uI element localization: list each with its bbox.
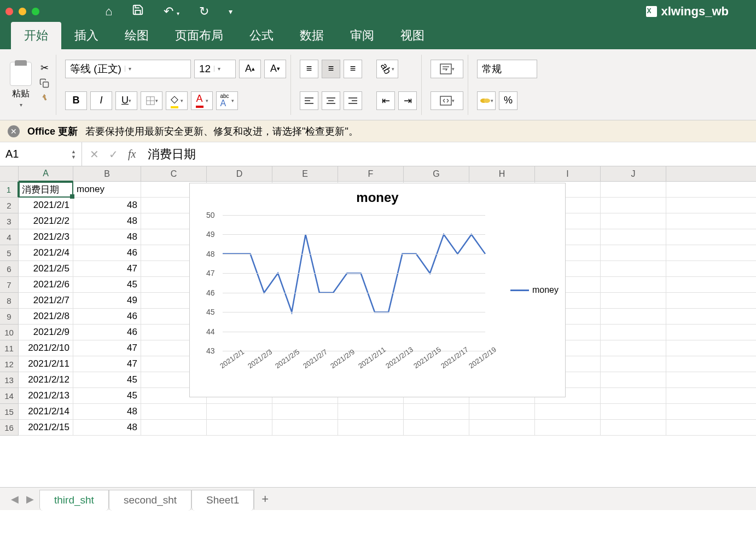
cell[interactable]: 48 xyxy=(73,213,141,229)
orientation-button[interactable]: ab▾ xyxy=(376,60,398,78)
column-header[interactable]: G xyxy=(404,166,469,181)
name-box[interactable]: A1 ▲▼ xyxy=(0,142,82,166)
cell[interactable] xyxy=(601,388,666,403)
number-format-combo[interactable]: 常规 xyxy=(477,60,537,78)
cell[interactable]: 47 xyxy=(73,261,141,276)
save-icon[interactable] xyxy=(132,4,144,19)
row-header[interactable]: 9 xyxy=(0,309,18,325)
window-zoom-icon[interactable] xyxy=(32,8,39,15)
cell[interactable]: 2021/2/7 xyxy=(19,293,73,308)
chevron-up-icon[interactable]: ▲ xyxy=(71,149,76,154)
ribbon-tab-4[interactable]: 公式 xyxy=(236,22,287,49)
fx-icon[interactable]: fx xyxy=(128,148,136,160)
cell[interactable]: 48 xyxy=(73,229,141,245)
cell[interactable] xyxy=(535,420,601,435)
cell[interactable]: 2021/2/13 xyxy=(19,388,73,403)
percent-button[interactable]: % xyxy=(499,91,517,110)
decrease-font-button[interactable]: A▾ xyxy=(264,60,286,78)
window-close-icon[interactable] xyxy=(5,8,13,15)
cell[interactable] xyxy=(338,404,404,419)
cell[interactable] xyxy=(601,325,666,340)
row-header[interactable]: 11 xyxy=(0,340,18,356)
sheet-nav-next-icon[interactable]: ▶ xyxy=(26,493,34,505)
paste-icon[interactable] xyxy=(10,62,32,86)
row-header[interactable]: 15 xyxy=(0,404,18,420)
cell[interactable]: 2021/2/3 xyxy=(19,229,73,245)
cell[interactable]: 消费日期 xyxy=(19,182,73,197)
row-header[interactable]: 7 xyxy=(0,277,18,293)
cell[interactable]: 45 xyxy=(73,372,141,387)
cell[interactable] xyxy=(601,404,666,419)
borders-button[interactable]: ▾ xyxy=(141,91,162,110)
row-header[interactable]: 8 xyxy=(0,293,18,309)
fill-color-button[interactable]: ◇ ▾ xyxy=(166,91,188,110)
cell[interactable] xyxy=(601,182,666,197)
cut-icon[interactable]: ✂ xyxy=(37,62,51,74)
row-header[interactable]: 5 xyxy=(0,245,18,261)
redo-icon[interactable]: ↻ xyxy=(199,4,209,19)
ribbon-tab-3[interactable]: 页面布局 xyxy=(162,22,236,49)
select-all-corner[interactable] xyxy=(0,166,19,181)
cell[interactable]: 2021/2/2 xyxy=(19,213,73,229)
close-notice-icon[interactable]: ✕ xyxy=(8,125,20,137)
column-header[interactable]: J xyxy=(601,166,666,181)
align-top-button[interactable]: ≡ xyxy=(300,60,318,78)
cell[interactable]: 45 xyxy=(73,277,141,292)
cell[interactable] xyxy=(207,420,272,435)
accept-formula-icon[interactable]: ✓ xyxy=(109,148,118,161)
cell[interactable] xyxy=(601,198,666,213)
cell[interactable] xyxy=(469,404,535,419)
row-header[interactable]: 14 xyxy=(0,388,18,404)
cell[interactable]: 2021/2/14 xyxy=(19,404,73,419)
bold-button[interactable]: B xyxy=(65,91,87,110)
ribbon-tab-7[interactable]: 视图 xyxy=(387,22,438,49)
undo-icon[interactable]: ↶ ▾ xyxy=(164,4,179,19)
column-header[interactable]: D xyxy=(207,166,272,181)
cell[interactable]: 46 xyxy=(73,309,141,324)
cell[interactable]: money xyxy=(73,182,141,197)
row-header[interactable]: 1 xyxy=(0,182,19,198)
increase-indent-button[interactable]: ⇥ xyxy=(398,91,417,110)
cell[interactable]: 46 xyxy=(73,325,141,340)
ribbon-tab-6[interactable]: 审阅 xyxy=(337,22,387,49)
row-header[interactable]: 2 xyxy=(0,198,18,213)
cell[interactable] xyxy=(601,420,666,435)
ribbon-tab-0[interactable]: 开始 xyxy=(11,22,61,49)
align-right-button[interactable] xyxy=(344,91,362,110)
chevron-down-icon[interactable]: ▼ xyxy=(71,154,76,160)
window-minimize-icon[interactable] xyxy=(19,8,26,15)
cell[interactable] xyxy=(601,340,666,356)
align-bottom-button[interactable]: ≡ xyxy=(344,60,362,78)
cell[interactable] xyxy=(601,293,666,308)
ribbon-tab-1[interactable]: 插入 xyxy=(61,22,112,49)
cell[interactable] xyxy=(601,372,666,387)
column-header[interactable]: H xyxy=(469,166,535,181)
cell[interactable] xyxy=(338,420,404,435)
italic-button[interactable]: I xyxy=(90,91,112,110)
cell[interactable]: 46 xyxy=(73,245,141,261)
cell[interactable]: 2021/2/12 xyxy=(19,372,73,387)
cell[interactable] xyxy=(535,404,601,419)
format-painter-icon[interactable] xyxy=(37,92,51,105)
cell[interactable] xyxy=(141,404,207,419)
cancel-formula-icon[interactable]: ✕ xyxy=(90,148,99,161)
cell[interactable]: 2021/2/1 xyxy=(19,198,73,213)
cell[interactable] xyxy=(601,229,666,245)
align-center-button[interactable] xyxy=(322,91,340,110)
align-left-button[interactable] xyxy=(300,91,318,110)
merge-cells-button[interactable]: ▾ xyxy=(431,91,463,110)
home-icon[interactable]: ⌂ xyxy=(105,4,112,19)
cell[interactable]: 48 xyxy=(73,404,141,419)
cell[interactable] xyxy=(601,309,666,324)
cell[interactable] xyxy=(601,245,666,261)
sheet-nav-prev-icon[interactable]: ◀ xyxy=(11,493,19,505)
row-header[interactable]: 4 xyxy=(0,229,18,245)
wrap-text-button[interactable]: ▾ xyxy=(431,60,463,78)
cell[interactable] xyxy=(141,420,207,435)
add-sheet-button[interactable]: + xyxy=(254,489,276,510)
cell[interactable]: 45 xyxy=(73,388,141,403)
sheet-tab[interactable]: third_sht xyxy=(39,490,109,511)
cell[interactable]: 49 xyxy=(73,293,141,308)
cell[interactable]: 48 xyxy=(73,420,141,435)
sheet-tab[interactable]: second_sht xyxy=(109,490,191,511)
